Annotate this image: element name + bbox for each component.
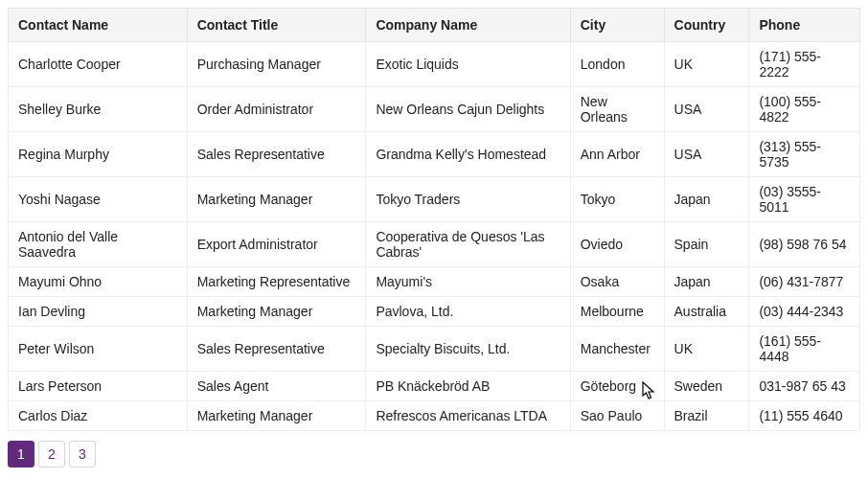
cell-city: Ann Arbor	[570, 132, 664, 177]
cell-country: Australia	[664, 297, 749, 327]
cell-contactTitle: Marketing Manager	[187, 297, 366, 327]
table-row[interactable]: Regina MurphySales RepresentativeGrandma…	[9, 132, 860, 177]
cell-country: UK	[664, 42, 749, 87]
table-row[interactable]: Lars PetersonSales AgentPB Knäckebröd AB…	[9, 372, 860, 401]
cell-contactTitle: Export Administrator	[187, 222, 366, 267]
cell-country: Japan	[664, 267, 749, 297]
cell-city: New Orleans	[570, 87, 664, 132]
cell-companyName: Pavlova, Ltd.	[366, 297, 570, 327]
cell-companyName: Refrescos Americanas LTDA	[366, 401, 570, 431]
cell-companyName: New Orleans Cajun Delights	[366, 87, 570, 132]
cell-companyName: Tokyo Traders	[366, 177, 570, 222]
cell-phone: (98) 598 76 54	[749, 222, 860, 267]
cell-contactName: Carlos Diaz	[9, 401, 188, 431]
cell-companyName: PB Knäckebröd AB	[366, 372, 570, 401]
pager-page-1[interactable]: 1	[8, 441, 34, 468]
pager: 123	[8, 441, 860, 468]
cell-phone: (03) 444-2343	[749, 297, 860, 327]
cell-contactTitle: Marketing Manager	[187, 177, 366, 222]
cell-contactName: Peter Wilson	[9, 327, 188, 372]
cell-phone: (313) 555-5735	[749, 132, 860, 177]
cell-contactName: Antonio del Valle Saavedra	[9, 222, 188, 267]
table-row[interactable]: Charlotte CooperPurchasing ManagerExotic…	[9, 42, 860, 87]
pager-page-3[interactable]: 3	[69, 441, 96, 468]
cell-contactName: Yoshi Nagase	[9, 177, 188, 222]
cell-country: Spain	[664, 222, 749, 267]
cell-contactTitle: Sales Representative	[187, 132, 366, 177]
cell-phone: (100) 555-4822	[749, 87, 860, 132]
cell-contactName: Charlotte Cooper	[9, 42, 188, 87]
col-header-country[interactable]: Country	[664, 9, 749, 42]
cell-phone: (11) 555 4640	[749, 401, 860, 431]
col-header-company-name[interactable]: Company Name	[366, 9, 570, 42]
cell-phone: (171) 555-2222	[749, 42, 860, 87]
col-header-contact-title[interactable]: Contact Title	[187, 9, 366, 42]
cell-phone: (06) 431-7877	[749, 267, 860, 297]
cell-contactName: Ian Devling	[9, 297, 188, 327]
cell-country: USA	[664, 87, 749, 132]
col-header-phone[interactable]: Phone	[749, 9, 860, 42]
cell-country: USA	[664, 132, 749, 177]
cell-companyName: Cooperativa de Quesos 'Las Cabras'	[366, 222, 570, 267]
table-row[interactable]: Yoshi NagaseMarketing ManagerTokyo Trade…	[9, 177, 860, 222]
cell-city: Osaka	[570, 267, 664, 297]
cell-phone: 031-987 65 43	[749, 372, 860, 401]
cell-contactTitle: Order Administrator	[187, 87, 366, 132]
cell-country: Sweden	[664, 372, 749, 401]
cell-contactName: Shelley Burke	[9, 87, 188, 132]
table-row[interactable]: Carlos DiazMarketing ManagerRefrescos Am…	[9, 401, 860, 431]
cell-phone: (03) 3555-5011	[749, 177, 860, 222]
cell-contactTitle: Sales Representative	[187, 327, 366, 372]
cell-companyName: Exotic Liquids	[366, 42, 570, 87]
cell-country: Brazil	[664, 401, 749, 431]
cell-contactName: Lars Peterson	[9, 372, 188, 401]
suppliers-table: Contact Name Contact Title Company Name …	[8, 8, 860, 431]
cell-contactName: Regina Murphy	[9, 132, 188, 177]
table-row[interactable]: Peter WilsonSales RepresentativeSpecialt…	[9, 327, 860, 372]
cell-city: Tokyo	[570, 177, 664, 222]
cell-contactTitle: Marketing Representative	[187, 267, 366, 297]
cell-city: Melbourne	[570, 297, 664, 327]
cell-contactTitle: Sales Agent	[187, 372, 366, 401]
cell-country: Japan	[664, 177, 749, 222]
cell-contactTitle: Purchasing Manager	[187, 42, 366, 87]
cell-phone: (161) 555-4448	[749, 327, 860, 372]
cell-contactTitle: Marketing Manager	[187, 401, 366, 431]
table-row[interactable]: Mayumi OhnoMarketing RepresentativeMayum…	[9, 267, 860, 297]
cell-city: Oviedo	[570, 222, 664, 267]
pager-page-2[interactable]: 2	[38, 441, 65, 468]
cell-country: UK	[664, 327, 749, 372]
table-header: Contact Name Contact Title Company Name …	[9, 9, 860, 42]
cell-contactName: Mayumi Ohno	[9, 267, 188, 297]
col-header-city[interactable]: City	[570, 9, 664, 42]
col-header-contact-name[interactable]: Contact Name	[9, 9, 188, 42]
cell-companyName: Mayumi's	[366, 267, 570, 297]
table-row[interactable]: Shelley BurkeOrder AdministratorNew Orle…	[9, 87, 860, 132]
cell-city: Sao Paulo	[570, 401, 664, 431]
cell-companyName: Grandma Kelly's Homestead	[366, 132, 570, 177]
cell-city: Manchester	[570, 327, 664, 372]
cell-city: Göteborg	[570, 372, 664, 401]
cell-city: London	[570, 42, 664, 87]
table-row[interactable]: Antonio del Valle SaavedraExport Adminis…	[9, 222, 860, 267]
table-row[interactable]: Ian DevlingMarketing ManagerPavlova, Ltd…	[9, 297, 860, 327]
table-body: Charlotte CooperPurchasing ManagerExotic…	[9, 42, 860, 431]
cell-companyName: Specialty Biscuits, Ltd.	[366, 327, 570, 372]
